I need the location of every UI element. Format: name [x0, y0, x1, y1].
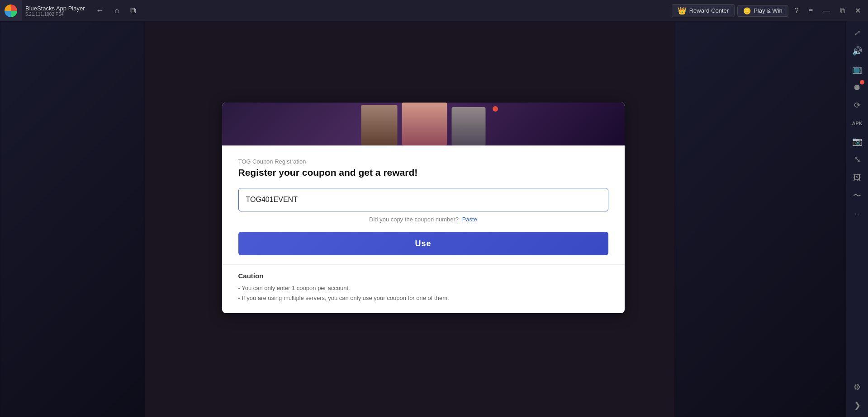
paste-link[interactable]: Paste [462, 216, 477, 223]
paste-hint-text: Did you copy the coupon number? [369, 216, 459, 223]
panel-body: TOG Coupon Registration Register your co… [222, 145, 625, 264]
bg-right [674, 21, 846, 417]
screenshot-sidebar-btn[interactable]: 📷 [849, 133, 865, 150]
crown-icon: 👑 [678, 6, 687, 15]
paste-hint: Did you copy the coupon number? Paste [238, 216, 608, 223]
apk-sidebar-btn[interactable]: APK [849, 115, 865, 131]
resize-sidebar-btn[interactable]: ⤡ [849, 151, 865, 168]
app-title: BlueStacks App Player [25, 5, 85, 12]
reward-center-label: Reward Center [689, 7, 729, 14]
record-sidebar-btn[interactable]: ⏺ [849, 79, 865, 95]
menu-button[interactable]: ≡ [805, 5, 816, 17]
caution-line-1: - You can only enter 1 coupon per accoun… [238, 283, 608, 293]
minimize-button[interactable]: — [819, 5, 834, 17]
titlebar-right: 👑 Reward Center 🪙 Play & Win ? ≡ — ⧉ ✕ [672, 4, 868, 17]
restore-button[interactable]: ⧉ [836, 5, 849, 17]
app-name-section: BlueStacks App Player 5.21.111.1002 P64 [25, 5, 85, 17]
titlebar-nav: ← ⌂ ⧉ [94, 4, 138, 17]
settings-sidebar-btn[interactable]: ⚙ [849, 379, 865, 395]
logo-circle [5, 5, 17, 17]
coupon-input[interactable] [238, 188, 608, 211]
caution-section: Caution - You can only enter 1 coupon pe… [222, 264, 625, 313]
back-button[interactable]: ← [94, 4, 106, 17]
expand-sidebar-btn[interactable]: ⤢ [849, 25, 865, 41]
play-win-label: Play & Win [754, 7, 783, 14]
main-content: TOG Coupon Registration Register your co… [0, 21, 846, 417]
more-sidebar-btn[interactable]: ··· [849, 206, 865, 222]
char3 [451, 107, 485, 145]
bg-left [0, 21, 145, 417]
char1 [361, 105, 397, 145]
record-notif-dot [860, 80, 864, 84]
tabs-button[interactable]: ⧉ [128, 4, 138, 17]
shake-sidebar-btn[interactable]: 〜 [849, 187, 865, 204]
reward-center-button[interactable]: 👑 Reward Center [672, 4, 735, 17]
app-version: 5.21.111.1002 P64 [25, 12, 85, 17]
panel-image-top [222, 103, 625, 145]
panel-chars [361, 103, 485, 145]
close-button[interactable]: ✕ [851, 5, 864, 17]
notification-dot [493, 106, 498, 112]
caution-lines: - You can only enter 1 coupon per accoun… [238, 283, 608, 303]
home-button[interactable]: ⌂ [113, 4, 122, 17]
char2 [402, 103, 447, 145]
use-button[interactable]: Use [238, 232, 608, 255]
collapse-sidebar-btn[interactable]: ❯ [849, 397, 865, 413]
help-button[interactable]: ? [791, 5, 802, 17]
volume-sidebar-btn[interactable]: 🔊 [849, 43, 865, 59]
rotate-sidebar-btn[interactable]: ⟳ [849, 97, 865, 113]
dialog-title: Register your coupon and get a reward! [238, 167, 608, 178]
dialog-subtitle: TOG Coupon Registration [238, 158, 608, 165]
caution-line-2: - If you are using multiple servers, you… [238, 293, 608, 303]
coin-icon: 🪙 [743, 7, 751, 14]
image-sidebar-btn[interactable]: 🖼 [849, 169, 865, 186]
caution-title: Caution [238, 272, 608, 280]
white-panel: TOG Coupon Registration Register your co… [222, 103, 625, 313]
right-sidebar: ⤢ 🔊 📺 ⏺ ⟳ APK 📷 ⤡ 🖼 〜 ··· ⚙ ❯ [846, 21, 868, 417]
app-logo [0, 0, 22, 21]
tv-sidebar-btn[interactable]: 📺 [849, 61, 865, 77]
play-win-button[interactable]: 🪙 Play & Win [737, 5, 788, 17]
titlebar: BlueStacks App Player 5.21.111.1002 P64 … [0, 0, 868, 21]
